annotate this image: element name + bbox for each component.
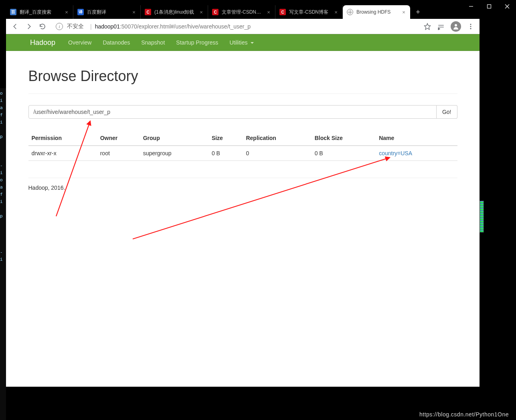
insecure-label: 不安全: [67, 23, 84, 30]
browser-tab[interactable]: C 文章管理-CSDN博客 ×: [208, 5, 275, 19]
nav-reload-button[interactable]: [36, 20, 49, 33]
address-bar[interactable]: i 不安全 | hadoop01:50070/explorer.html#/us…: [52, 20, 421, 32]
tab-close-icon[interactable]: ×: [131, 9, 137, 15]
chevron-down-icon: [251, 42, 254, 44]
cell-replication: 0: [243, 146, 311, 161]
directory-link[interactable]: country=USA: [379, 150, 412, 156]
svg-point-8: [455, 24, 457, 26]
cell-group: supergroup: [140, 146, 208, 161]
col-replication: Replication: [243, 131, 311, 146]
watermark-text: https://blog.csdn.net/Python1One: [419, 411, 509, 418]
col-owner: Owner: [97, 131, 140, 146]
tab-close-icon[interactable]: ×: [333, 9, 339, 15]
svg-marker-7: [438, 28, 440, 30]
cell-block-size: 0 B: [312, 146, 376, 161]
page-content: Hadoop Overview Datanodes Snapshot Start…: [6, 34, 480, 387]
nav-datanodes[interactable]: Datanodes: [103, 39, 130, 46]
hadoop-navbar: Hadoop Overview Datanodes Snapshot Start…: [6, 34, 480, 51]
editor-left-strip: o i a f i p - i o a f i p - i: [0, 88, 6, 420]
address-bar-row: i 不安全 | hadoop01:50070/explorer.html#/us…: [6, 19, 480, 34]
favicon-icon: C: [279, 9, 286, 15]
divider: [28, 93, 457, 94]
svg-point-9: [470, 24, 471, 25]
profile-avatar-icon[interactable]: [451, 21, 461, 32]
cell-size: 0 B: [208, 146, 243, 161]
tab-title: (1条消息)linux卸载: [154, 9, 198, 16]
tab-close-icon[interactable]: ×: [198, 9, 204, 15]
url-path: :50070/explorer.html#/user/hive/warehous…: [120, 23, 251, 30]
tab-title: 文章管理-CSDN博客: [222, 9, 265, 16]
nav-snapshot[interactable]: Snapshot: [141, 39, 165, 46]
tab-title: Browsing HDFS: [356, 9, 401, 15]
svg-marker-4: [425, 23, 431, 29]
separator: |: [90, 23, 92, 30]
svg-point-10: [470, 26, 471, 27]
divider: [28, 178, 457, 178]
cell-permission: drwxr-xr-x: [28, 146, 97, 161]
svg-rect-1: [487, 5, 491, 8]
directory-table: Permission Owner Group Size Replication …: [28, 131, 457, 161]
new-tab-button[interactable]: +: [413, 6, 423, 18]
favicon-icon: C: [212, 9, 219, 15]
minimap-strip: [480, 201, 484, 233]
favicon-globe-icon: [347, 9, 353, 15]
media-control-icon[interactable]: [437, 22, 445, 30]
nav-overview[interactable]: Overview: [68, 39, 91, 46]
info-icon[interactable]: i: [56, 23, 63, 30]
nav-utilities[interactable]: Utilities: [229, 39, 254, 46]
tab-close-icon[interactable]: ×: [265, 9, 272, 15]
window-close-button[interactable]: [498, 0, 516, 12]
favicon-icon: 译: [77, 9, 84, 15]
browser-tab[interactable]: 百 翻译_百度搜索 ×: [6, 5, 73, 19]
col-block-size: Block Size: [312, 131, 376, 146]
browser-tab[interactable]: 译 百度翻译 ×: [73, 5, 141, 19]
page-title: Browse Directory: [28, 68, 457, 85]
path-input[interactable]: [28, 105, 437, 119]
url-host: hadoop01: [95, 23, 120, 30]
nav-back-button[interactable]: [8, 20, 22, 33]
svg-point-11: [470, 28, 471, 29]
table-row: drwxr-xr-x root supergroup 0 B 0 0 B cou…: [28, 146, 457, 161]
cell-owner: root: [97, 146, 140, 161]
kebab-menu-icon[interactable]: [467, 22, 475, 30]
col-size: Size: [208, 131, 243, 146]
tab-title: 写文章-CSDN博客: [289, 9, 333, 16]
browser-tab[interactable]: C (1条消息)linux卸载 ×: [141, 5, 208, 19]
col-name: Name: [376, 131, 457, 146]
tab-title: 翻译_百度搜索: [20, 9, 63, 16]
tab-strip: 百 翻译_百度搜索 × 译 百度翻译 × C (1条消息)linux卸载 × C…: [6, 4, 480, 19]
hadoop-brand[interactable]: Hadoop: [30, 39, 55, 47]
table-header-row: Permission Owner Group Size Replication …: [28, 131, 457, 146]
tab-title: 百度翻译: [87, 9, 131, 16]
nav-forward-button[interactable]: [22, 20, 36, 33]
col-permission: Permission: [28, 131, 97, 146]
bookmark-star-icon[interactable]: [423, 22, 431, 30]
tab-close-icon[interactable]: ×: [63, 9, 70, 15]
favicon-icon: C: [145, 9, 151, 15]
footer-text: Hadoop, 2016.: [28, 185, 457, 191]
tab-close-icon[interactable]: ×: [401, 9, 407, 15]
path-input-row: Go!: [28, 105, 457, 119]
go-button[interactable]: Go!: [437, 105, 457, 119]
browser-tab-active[interactable]: Browsing HDFS ×: [343, 5, 410, 19]
favicon-icon: 百: [10, 9, 16, 15]
window-minimize-button[interactable]: [462, 0, 480, 12]
nav-startup-progress[interactable]: Startup Progress: [176, 39, 218, 46]
browser-tab[interactable]: C 写文章-CSDN博客 ×: [275, 5, 343, 19]
browser-window: 百 翻译_百度搜索 × 译 百度翻译 × C (1条消息)linux卸载 × C…: [6, 4, 480, 387]
col-group: Group: [140, 131, 208, 146]
window-maximize-button[interactable]: [480, 0, 498, 12]
